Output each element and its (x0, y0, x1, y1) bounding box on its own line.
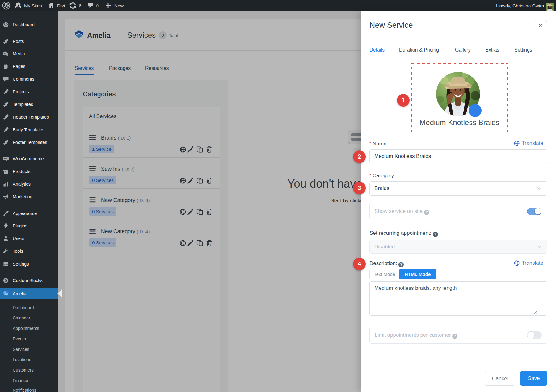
svg-text:WOO: WOO (4, 158, 9, 159)
svg-text:G: G (5, 279, 7, 282)
